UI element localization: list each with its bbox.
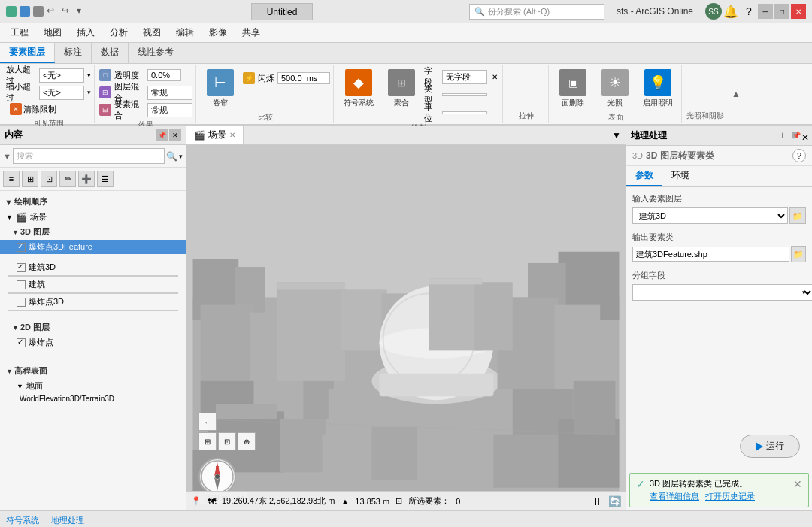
drawing-order-title[interactable]: ▼ 绘制顺序 [0,194,186,210]
geo-help-button[interactable]: ? [792,149,806,162]
layer-blend-dropdown[interactable]: 常规 [147,86,192,100]
layer-item-explosion-point[interactable]: 爆炸点 [0,335,186,350]
status-link-geoprocessing[interactable]: 地理处理 [51,515,84,526]
layer-checkbox-explosion-3d[interactable] [17,243,26,252]
menu-insert[interactable]: 插入 [69,23,102,42]
close-right-panel-icon[interactable]: ✕ [801,132,807,138]
more-icon[interactable]: ▾ [77,5,89,17]
notification-close-button[interactable]: ✕ [793,478,802,490]
layer-checkbox-building[interactable] [17,280,26,289]
ribbon-collapse-btn[interactable]: ▲ [729,65,744,123]
flash-input[interactable] [277,72,330,84]
notification-link-detail[interactable]: 查看详细信息 [650,491,699,502]
notification-bell-icon[interactable]: 🔔 [722,2,740,20]
field-clear-icon[interactable]: ✕ [490,73,499,81]
unit-dropdown[interactable] [442,111,487,114]
layer-item-building[interactable]: 建筑 [0,277,186,292]
ribbon-tab-feature-layer[interactable]: 要素图层 [0,43,55,63]
layer-item-explosion-3d-feature[interactable]: 爆炸点3DFeature [0,240,186,254]
env-tab[interactable]: 环境 [662,166,698,186]
output-browse-button[interactable]: 📁 [791,246,806,262]
scene-tab[interactable]: 🎬 场景 ✕ [186,126,244,144]
layer-item-explosion-3d[interactable]: 爆炸点3D [0,295,186,309]
layer-item-ground[interactable]: ▼ 地面 [0,379,186,393]
layer-checkbox-building-3d[interactable] [17,263,26,272]
zoom-in-dropdown[interactable]: <无> [39,68,84,83]
params-tab[interactable]: 参数 [626,166,662,186]
add-layer-button[interactable]: ➕ [78,171,95,187]
symbol-button[interactable]: ◆ 符号系统 [338,67,379,111]
map-view[interactable]: ← ⊞ ⊡ ⊕ N 3 [186,145,626,510]
menu-map[interactable]: 地图 [36,23,69,42]
walk-button[interactable]: ⊕ [238,432,256,450]
input-browse-button[interactable]: 📁 [789,207,806,224]
aggregate-button[interactable]: ⊞ 聚合 [382,67,421,111]
scene-expand-icon: ▼ [6,214,13,221]
ribbon-tab-data[interactable]: 数据 [92,43,129,63]
menu-analysis[interactable]: 分析 [102,23,135,42]
menu-bar: 工程 地图 插入 分析 视图 编辑 影像 共享 [0,23,812,43]
input-feature-select[interactable]: 建筑3D [632,207,788,224]
draw-tool-button[interactable]: ✏ [59,171,76,187]
table-view-button[interactable]: ⊞ [22,171,38,187]
map-tab-bar: 🎬 场景 ✕ ▼ [186,126,626,145]
feature-blend-dropdown[interactable]: 常规 [147,103,192,117]
face-delete-button[interactable]: ▣ 面删除 [553,67,592,111]
minimize-button[interactable]: ─ [758,4,773,19]
menu-imagery[interactable]: 影像 [201,23,235,42]
layer-item-building-3d[interactable]: 建筑3D [0,260,186,274]
ribbon-tab-linear-ref[interactable]: 线性参考 [129,43,183,63]
scene-tab-close[interactable]: ✕ [229,131,235,139]
type-dropdown[interactable] [442,93,487,96]
layer-checkbox-explosion-point[interactable] [17,338,26,347]
layer-search-input[interactable]: 搜索 [13,148,165,164]
transparency-input[interactable]: 0.0% [147,69,181,81]
close-panel-button[interactable]: ✕ [169,129,181,141]
clear-limit-button[interactable]: ✕ 清除限制 [6,101,91,117]
lighting-button[interactable]: 💡 启用照明 [638,67,678,111]
scene-item[interactable]: ▼ 🎬 场景 [0,210,186,224]
undo-icon[interactable]: ↩ [47,5,59,17]
zoom-out-label: 缩小超过 [6,81,36,104]
doc-tab-untitled[interactable]: Untitled [251,3,314,20]
menu-project[interactable]: 工程 [3,23,36,42]
field-dropdown[interactable]: 无字段 [442,70,487,84]
title-search-box[interactable]: 🔍 份分搜索 (Alt~Q) [469,4,604,20]
menu-edit[interactable]: 编辑 [168,23,201,42]
pin-right-panel-icon[interactable]: 📌 [792,132,798,138]
ribbon-tab-label[interactable]: 标注 [55,43,92,63]
pause-btn[interactable]: ⏸ [592,495,602,507]
redo-icon[interactable]: ↪ [62,5,74,17]
group-field-select[interactable] [632,284,812,301]
notification-link-history[interactable]: 打开历史记录 [705,491,755,502]
map-panel-close-btn[interactable]: ▼ [607,129,626,142]
maximize-button[interactable]: □ [774,4,789,19]
refresh-btn[interactable]: 🔄 [608,495,621,507]
more-tools-button[interactable]: ☰ [97,171,114,187]
run-button[interactable]: 运行 [740,435,800,458]
filter-layer-button[interactable]: ⊡ [41,171,57,187]
layer-checkbox-explosion-3d-2[interactable] [17,298,26,307]
pin-panel-button[interactable]: 📌 [156,129,168,141]
status-link-symbol[interactable]: 符号系统 [6,515,39,526]
search-submit-icon[interactable]: 🔍 [166,151,177,162]
help-icon[interactable]: ? [740,2,758,20]
output-feature-input[interactable]: 建筑3DFeature.shp [632,247,789,262]
user-avatar[interactable]: SS [705,3,722,20]
zoom-fit-button[interactable]: ⊡ [218,432,236,450]
list-view-button[interactable]: ≡ [3,171,20,187]
3d-layer-group[interactable]: ▼ 3D 图层 [0,224,186,240]
zoom-grid-button[interactable]: ⊞ [198,432,217,450]
menu-view[interactable]: 视图 [135,23,168,42]
pan-left-button[interactable]: ← [198,413,217,431]
elevation-group[interactable]: ▼ 高程表面 [0,363,186,379]
light-button[interactable]: ☀ 光照 [595,67,635,111]
add-geoprocessing-button[interactable]: + [776,129,789,142]
swipe-button[interactable]: ⊢ 卷帘 [201,67,240,111]
compass[interactable]: N [198,458,236,495]
zoom-out-dropdown[interactable]: <无> [39,86,84,100]
2d-layer-group[interactable]: ▼ 2D 图层 [0,320,186,335]
menu-share[interactable]: 共享 [235,23,268,42]
layer-item-terrain[interactable]: WorldElevation3D/Terrain3D [0,393,186,404]
close-button[interactable]: ✕ [791,4,806,19]
